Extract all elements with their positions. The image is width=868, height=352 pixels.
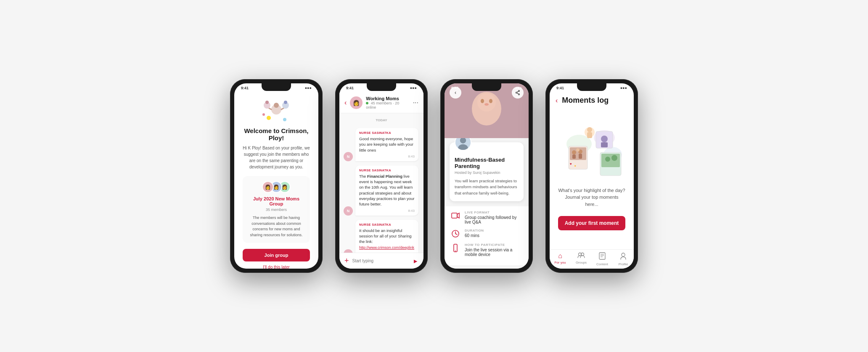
participate-label: HOW TO PARTICIPATE	[465, 243, 523, 247]
phone-3: 9:41 ●●● ‹	[440, 79, 533, 273]
online-indicator	[366, 102, 368, 104]
svg-point-9	[283, 118, 286, 121]
bubble-text-1: Good morning everyone, hope you are keep…	[359, 136, 415, 153]
content-label: Content	[596, 262, 608, 266]
add-attachment-button[interactable]: +	[344, 256, 349, 265]
bubble-time-2: 8:43	[359, 209, 415, 213]
chat-info: Working Moms 45 members · 20 online	[366, 96, 409, 109]
svg-point-15	[489, 99, 492, 103]
avatar-1: 👩	[262, 181, 274, 193]
welcome-illustration	[259, 98, 293, 127]
welcome-subtitle: Hi K Ploy! Based on your profile, we sug…	[243, 145, 310, 170]
svg-line-21	[517, 93, 518, 94]
sender-name-3: NURSE SASINATKA	[359, 223, 415, 227]
specialist-avatar	[455, 138, 471, 151]
join-group-button[interactable]: Join group	[243, 249, 310, 261]
send-button[interactable]: ►	[413, 258, 418, 264]
phone-icon	[450, 243, 460, 253]
groups-label: Groups	[576, 261, 587, 264]
svg-point-53	[611, 155, 617, 161]
welcome-content: Welcome to Crimson, Ploy! Hi K Ploy! Bas…	[234, 93, 318, 269]
nav-for-you[interactable]: ⌂ For you	[550, 250, 571, 269]
svg-point-55	[587, 127, 592, 132]
detail-duration: DURATION 60 mins	[450, 229, 523, 239]
time-2: 9:41	[346, 86, 354, 90]
sender-avatar-3: N	[344, 249, 353, 253]
nav-groups[interactable]: Groups	[571, 250, 592, 269]
format-detail: LIVE FORMAT Group coaching followed by l…	[465, 211, 523, 224]
bottom-nav: ⌂ For you Groups	[550, 249, 634, 269]
profile-label: Profile	[619, 262, 628, 266]
svg-text:★: ★	[574, 165, 576, 167]
svg-point-1	[274, 103, 279, 108]
svg-rect-41	[572, 155, 576, 159]
svg-point-10	[262, 113, 265, 116]
duration-detail: DURATION 60 mins	[465, 229, 484, 238]
phones-container: 9:41 ●●●	[230, 79, 638, 273]
profile-icon	[620, 252, 627, 261]
sender-name-1: NURSE SASINATKA	[359, 131, 415, 135]
sender-avatar-1: N	[344, 152, 353, 161]
phone-2: 9:41 ●●● ‹ 👩 Working Moms 45 members · 2…	[335, 79, 428, 273]
signal-1: ●●●	[305, 86, 312, 90]
event-content: Mindfulness-Based Parenting Hosted by Su…	[445, 138, 529, 269]
sender-name-2: NURSE SASINATKA	[359, 168, 415, 172]
for-you-label: For you	[554, 261, 566, 264]
back-button-2[interactable]: ‹	[344, 99, 347, 107]
group-members: 35 members	[266, 208, 287, 212]
back-button-4[interactable]: ‹	[556, 97, 558, 104]
chat-input[interactable]	[352, 259, 410, 263]
event-host: Hosted by Suroj Supavekin	[455, 171, 519, 175]
bubble-1: NURSE SASINATKA Good morning everyone, h…	[355, 128, 418, 161]
content-icon	[599, 252, 606, 261]
message-3: N NURSE SASINATKA It should be an insigh…	[344, 220, 419, 253]
add-moment-button[interactable]: Add your first moment	[558, 216, 625, 230]
bubble-3: NURSE SASINATKA It should be an insightf…	[355, 220, 418, 253]
format-label: LIVE FORMAT	[465, 211, 523, 214]
event-nav: ‹	[445, 87, 529, 99]
event-hero-image: 9:41 ●●● ‹	[445, 83, 529, 138]
video-icon	[450, 211, 460, 221]
back-button-3[interactable]: ‹	[450, 87, 461, 99]
screen-3: 9:41 ●●● ‹	[445, 83, 529, 269]
chat-header: ‹ 👩 Working Moms 45 members · 20 online …	[339, 93, 423, 113]
moments-header: ‹ Moments log	[550, 93, 634, 108]
group-meta-text: 45 members · 20 online	[366, 101, 399, 109]
status-bar-1: 9:41 ●●●	[234, 83, 318, 93]
participate-detail: HOW TO PARTICIPATE Join the live session…	[465, 243, 523, 257]
bubble-time-1: 8:43	[359, 155, 415, 158]
svg-rect-49	[601, 142, 608, 147]
share-button[interactable]	[512, 87, 524, 99]
groups-icon	[577, 252, 585, 260]
nav-profile[interactable]: Profile	[613, 250, 634, 269]
group-name: July 2020 New Moms Group	[249, 196, 303, 206]
clock-icon	[450, 229, 460, 239]
chat-input-area: + ►	[339, 253, 423, 269]
participate-value: Join the live session via a mobile devic…	[465, 248, 523, 257]
group-card: 👩 👩 👩 July 2020 New Moms Group 35 member…	[243, 176, 310, 243]
svg-point-52	[605, 157, 610, 162]
duration-label: DURATION	[465, 229, 484, 232]
deep-link[interactable]: http://www.crimson.com/deeplink	[359, 245, 414, 250]
svg-point-48	[601, 136, 608, 142]
phone-1: 9:41 ●●●	[230, 79, 323, 273]
time-4: 9:41	[556, 86, 564, 90]
bubble-text-3: It should be an insightful session for a…	[359, 228, 415, 250]
for-you-icon: ⌂	[558, 252, 562, 260]
event-description: You will learn practical strategies to t…	[455, 178, 519, 196]
svg-rect-25	[452, 213, 457, 218]
group-description: The members will be having conversations…	[249, 215, 303, 238]
skip-link[interactable]: I'll do this later	[263, 265, 290, 269]
sender-avatar-2: N	[344, 206, 353, 216]
screen-1: 9:41 ●●●	[234, 83, 318, 269]
svg-point-63	[622, 253, 625, 256]
svg-rect-56	[587, 132, 592, 138]
group-avatars: 👩 👩 👩	[262, 181, 291, 193]
nav-content[interactable]: Content	[592, 250, 613, 269]
duration-value: 60 mins	[465, 233, 484, 238]
more-button[interactable]: ···	[413, 99, 418, 107]
svg-rect-51	[601, 154, 620, 167]
group-chat-name: Working Moms	[366, 96, 409, 101]
svg-point-14	[481, 99, 484, 103]
signal-2: ●●●	[410, 86, 417, 90]
